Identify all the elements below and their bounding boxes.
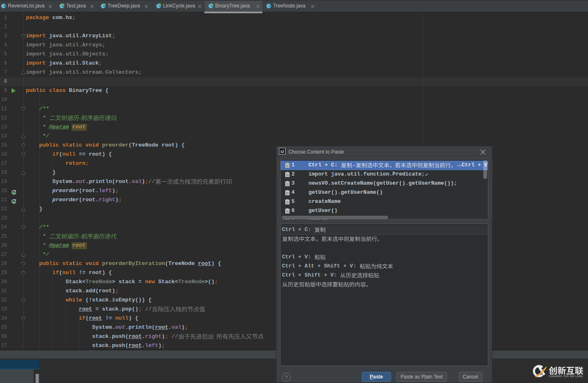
svg-text:IJ: IJ [281, 149, 284, 154]
svg-text:?: ? [285, 375, 288, 381]
